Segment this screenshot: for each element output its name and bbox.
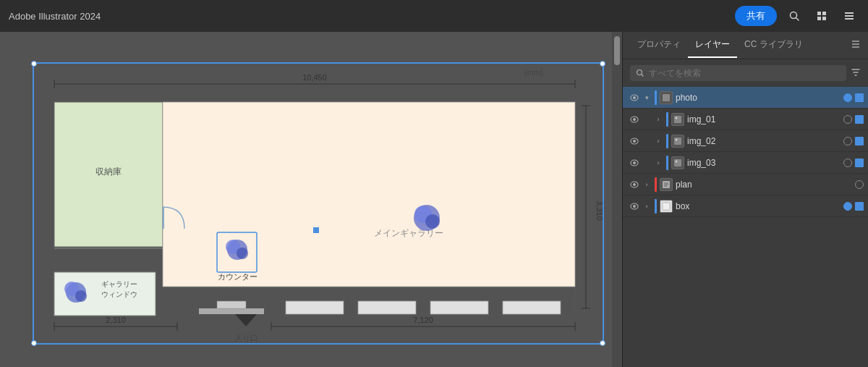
tab-layers[interactable]: レイヤー <box>688 33 737 58</box>
grid-view-button[interactable] <box>812 6 832 26</box>
layer-name-img03: img_03 <box>687 158 843 168</box>
counter-label: カウンター <box>218 272 258 281</box>
dim-right-label: 3,310 <box>595 201 604 221</box>
panel-icon <box>843 10 855 22</box>
svg-point-56 <box>676 117 678 119</box>
layer-eye-img02[interactable] <box>627 134 642 148</box>
svg-point-60 <box>676 138 678 140</box>
layer-name-photo: photo <box>676 93 843 103</box>
layer-thumb-img03 <box>671 156 684 169</box>
svg-rect-38 <box>503 301 561 314</box>
layer-square-img01[interactable] <box>855 115 864 124</box>
layer-actions-box <box>843 202 864 211</box>
svg-line-1 <box>796 18 799 21</box>
layer-circle-photo[interactable] <box>843 93 852 102</box>
layer-expand-img01[interactable]: › <box>653 114 663 125</box>
layer-name-img02: img_02 <box>687 136 843 146</box>
gallery-window-label: ギャラリー <box>101 280 137 288</box>
filter-icon[interactable] <box>851 67 861 80</box>
layer-item-img01[interactable]: › img_01 <box>623 109 868 130</box>
layer-color-bar-img01 <box>666 112 668 127</box>
svg-rect-35 <box>286 301 344 314</box>
svg-rect-34 <box>163 207 164 229</box>
floor-plan-svg: (mm) 10,450 3,310 収納庫 <box>33 62 604 345</box>
layer-name-plan: plan <box>676 180 855 190</box>
layer-eye-img01[interactable] <box>627 112 642 127</box>
layer-color-bar-plan <box>655 177 657 192</box>
tab-cc-libraries[interactable]: CC ライブラリ <box>737 33 810 58</box>
panel-tabs: プロパティ レイヤー CC ライブラリ <box>623 32 868 59</box>
search-input-wrap <box>630 65 846 81</box>
layer-actions-photo <box>843 93 864 102</box>
svg-rect-5 <box>822 17 826 20</box>
layer-actions-plan <box>855 180 864 189</box>
layer-eye-photo[interactable] <box>627 90 642 105</box>
entrance-arrow <box>235 314 257 326</box>
svg-rect-32 <box>217 301 246 308</box>
layer-square-box[interactable] <box>855 202 864 211</box>
layer-expand-img03[interactable]: › <box>653 158 663 168</box>
floor-plan-container: (mm) 10,450 3,310 収納庫 <box>33 62 604 345</box>
canvas-area[interactable]: (mm) 10,450 3,310 収納庫 <box>0 32 622 367</box>
top-bar: Adobe Illustrator 2024 共有 <box>0 0 868 32</box>
layers-list: ▾ photo <box>623 87 868 367</box>
layer-square-photo[interactable] <box>855 93 864 102</box>
scroll-track-vertical[interactable] <box>612 32 622 367</box>
scroll-thumb-vertical[interactable] <box>614 36 620 65</box>
layer-item-img02[interactable]: › img_02 <box>623 130 868 152</box>
layer-item-img03[interactable]: › img_03 <box>623 152 868 174</box>
search-bar <box>623 59 868 87</box>
layer-item-photo[interactable]: ▾ photo <box>623 87 868 109</box>
layer-square-img03[interactable] <box>855 159 864 167</box>
search-button[interactable] <box>784 6 804 26</box>
layer-expand-plan[interactable]: › <box>642 180 652 190</box>
svg-rect-2 <box>817 12 821 15</box>
storage-label: 収納庫 <box>95 166 122 177</box>
layer-circle-img01[interactable] <box>843 115 852 124</box>
layer-circle-img02[interactable] <box>843 137 852 145</box>
svg-rect-7 <box>845 15 854 17</box>
search-input[interactable] <box>649 68 841 78</box>
layer-eye-plan[interactable] <box>627 177 642 192</box>
layer-expand-img02[interactable]: › <box>653 136 663 146</box>
svg-rect-37 <box>430 301 488 314</box>
layer-color-bar-photo <box>655 90 657 105</box>
svg-rect-4 <box>817 17 821 20</box>
layer-circle-plan[interactable] <box>855 180 864 189</box>
layer-actions-img03 <box>843 159 864 167</box>
svg-rect-17 <box>163 102 575 287</box>
panel-menu-icon[interactable] <box>851 39 861 52</box>
svg-rect-55 <box>674 116 681 123</box>
layer-circle-img03[interactable] <box>843 159 852 167</box>
panel-button[interactable] <box>839 6 859 26</box>
gallery-label: メインギャラリー <box>374 228 443 238</box>
layer-item-plan[interactable]: › plan <box>623 174 868 195</box>
svg-point-51 <box>633 96 636 99</box>
svg-line-49 <box>642 75 644 77</box>
svg-point-54 <box>633 118 636 121</box>
dim-top-label: 10,450 <box>302 73 327 82</box>
layer-thumb-box <box>660 200 673 213</box>
layer-expand-photo[interactable]: ▾ <box>642 93 652 103</box>
layer-square-img02[interactable] <box>855 137 864 145</box>
svg-rect-6 <box>845 12 854 14</box>
layer-item-box[interactable]: › box <box>623 195 868 217</box>
layer-thumb-img01 <box>671 113 684 126</box>
layer-eye-img03[interactable] <box>627 156 642 170</box>
layer-actions-img01 <box>843 115 864 124</box>
layer-expand-box[interactable]: › <box>642 201 652 211</box>
layer-color-bar-box <box>655 199 657 214</box>
layer-actions-img02 <box>843 137 864 145</box>
tab-properties[interactable]: プロパティ <box>630 33 688 58</box>
layer-circle-box[interactable] <box>843 202 852 211</box>
search-icon <box>788 10 800 22</box>
layer-eye-box[interactable] <box>627 199 642 214</box>
layer-color-bar-img02 <box>666 134 668 148</box>
app-title: Adobe Illustrator 2024 <box>9 11 735 22</box>
share-button[interactable]: 共有 <box>735 6 777 26</box>
svg-rect-52 <box>663 94 670 101</box>
layer-name-img01: img_01 <box>687 114 843 125</box>
svg-text:ウィンドウ: ウィンドウ <box>101 290 137 298</box>
unit-label: (mm) <box>524 68 543 77</box>
svg-rect-63 <box>674 159 681 166</box>
